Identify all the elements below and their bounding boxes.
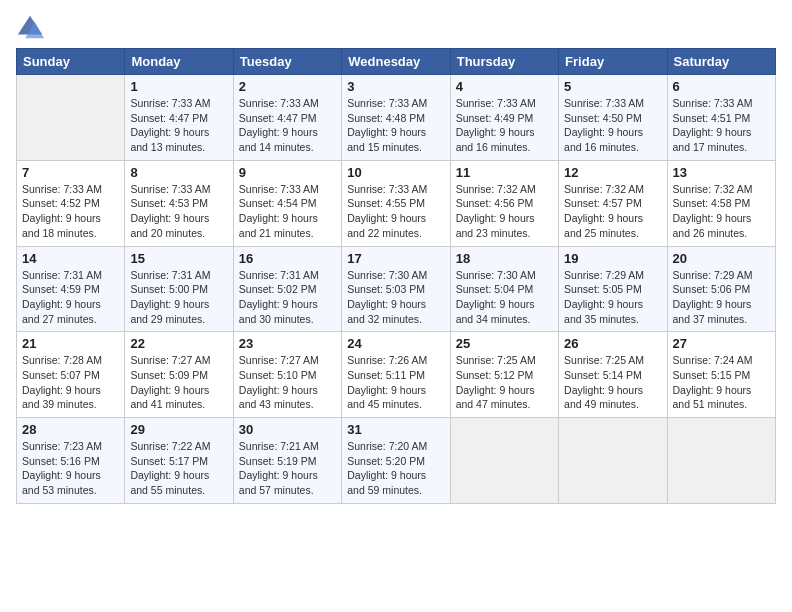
cell-info: Sunrise: 7:30 AMSunset: 5:03 PMDaylight:… <box>347 268 444 327</box>
day-number: 5 <box>564 79 661 94</box>
day-number: 2 <box>239 79 336 94</box>
calendar-cell: 5Sunrise: 7:33 AMSunset: 4:50 PMDaylight… <box>559 75 667 161</box>
logo-icon <box>16 14 44 42</box>
cell-info: Sunrise: 7:33 AMSunset: 4:52 PMDaylight:… <box>22 182 119 241</box>
day-number: 12 <box>564 165 661 180</box>
calendar-cell: 23Sunrise: 7:27 AMSunset: 5:10 PMDayligh… <box>233 332 341 418</box>
calendar-cell: 17Sunrise: 7:30 AMSunset: 5:03 PMDayligh… <box>342 246 450 332</box>
calendar-cell: 31Sunrise: 7:20 AMSunset: 5:20 PMDayligh… <box>342 418 450 504</box>
day-number: 19 <box>564 251 661 266</box>
cell-info: Sunrise: 7:32 AMSunset: 4:58 PMDaylight:… <box>673 182 770 241</box>
calendar-cell <box>559 418 667 504</box>
day-number: 18 <box>456 251 553 266</box>
cell-info: Sunrise: 7:32 AMSunset: 4:57 PMDaylight:… <box>564 182 661 241</box>
calendar-cell: 2Sunrise: 7:33 AMSunset: 4:47 PMDaylight… <box>233 75 341 161</box>
cell-info: Sunrise: 7:27 AMSunset: 5:09 PMDaylight:… <box>130 353 227 412</box>
cell-info: Sunrise: 7:33 AMSunset: 4:47 PMDaylight:… <box>130 96 227 155</box>
calendar-cell: 16Sunrise: 7:31 AMSunset: 5:02 PMDayligh… <box>233 246 341 332</box>
cell-info: Sunrise: 7:31 AMSunset: 5:00 PMDaylight:… <box>130 268 227 327</box>
calendar-cell: 6Sunrise: 7:33 AMSunset: 4:51 PMDaylight… <box>667 75 775 161</box>
cell-info: Sunrise: 7:29 AMSunset: 5:06 PMDaylight:… <box>673 268 770 327</box>
day-number: 30 <box>239 422 336 437</box>
cell-info: Sunrise: 7:33 AMSunset: 4:47 PMDaylight:… <box>239 96 336 155</box>
day-header-tuesday: Tuesday <box>233 49 341 75</box>
day-number: 15 <box>130 251 227 266</box>
cell-info: Sunrise: 7:25 AMSunset: 5:12 PMDaylight:… <box>456 353 553 412</box>
calendar-cell: 30Sunrise: 7:21 AMSunset: 5:19 PMDayligh… <box>233 418 341 504</box>
cell-info: Sunrise: 7:28 AMSunset: 5:07 PMDaylight:… <box>22 353 119 412</box>
day-header-saturday: Saturday <box>667 49 775 75</box>
cell-info: Sunrise: 7:30 AMSunset: 5:04 PMDaylight:… <box>456 268 553 327</box>
day-number: 3 <box>347 79 444 94</box>
cell-info: Sunrise: 7:32 AMSunset: 4:56 PMDaylight:… <box>456 182 553 241</box>
calendar-week-row: 7Sunrise: 7:33 AMSunset: 4:52 PMDaylight… <box>17 160 776 246</box>
cell-info: Sunrise: 7:33 AMSunset: 4:51 PMDaylight:… <box>673 96 770 155</box>
cell-info: Sunrise: 7:21 AMSunset: 5:19 PMDaylight:… <box>239 439 336 498</box>
header <box>16 10 776 42</box>
day-number: 16 <box>239 251 336 266</box>
calendar-cell: 14Sunrise: 7:31 AMSunset: 4:59 PMDayligh… <box>17 246 125 332</box>
calendar-cell: 22Sunrise: 7:27 AMSunset: 5:09 PMDayligh… <box>125 332 233 418</box>
day-number: 11 <box>456 165 553 180</box>
day-number: 20 <box>673 251 770 266</box>
calendar-header-row: SundayMondayTuesdayWednesdayThursdayFrid… <box>17 49 776 75</box>
day-number: 8 <box>130 165 227 180</box>
calendar-cell: 4Sunrise: 7:33 AMSunset: 4:49 PMDaylight… <box>450 75 558 161</box>
day-number: 21 <box>22 336 119 351</box>
calendar-cell: 25Sunrise: 7:25 AMSunset: 5:12 PMDayligh… <box>450 332 558 418</box>
day-header-monday: Monday <box>125 49 233 75</box>
cell-info: Sunrise: 7:33 AMSunset: 4:49 PMDaylight:… <box>456 96 553 155</box>
calendar-cell: 29Sunrise: 7:22 AMSunset: 5:17 PMDayligh… <box>125 418 233 504</box>
cell-info: Sunrise: 7:27 AMSunset: 5:10 PMDaylight:… <box>239 353 336 412</box>
cell-info: Sunrise: 7:20 AMSunset: 5:20 PMDaylight:… <box>347 439 444 498</box>
cell-info: Sunrise: 7:25 AMSunset: 5:14 PMDaylight:… <box>564 353 661 412</box>
day-header-wednesday: Wednesday <box>342 49 450 75</box>
cell-info: Sunrise: 7:31 AMSunset: 5:02 PMDaylight:… <box>239 268 336 327</box>
calendar-cell: 21Sunrise: 7:28 AMSunset: 5:07 PMDayligh… <box>17 332 125 418</box>
day-number: 9 <box>239 165 336 180</box>
calendar-cell: 12Sunrise: 7:32 AMSunset: 4:57 PMDayligh… <box>559 160 667 246</box>
logo <box>16 14 48 42</box>
calendar-cell <box>450 418 558 504</box>
cell-info: Sunrise: 7:33 AMSunset: 4:54 PMDaylight:… <box>239 182 336 241</box>
day-number: 1 <box>130 79 227 94</box>
calendar-week-row: 21Sunrise: 7:28 AMSunset: 5:07 PMDayligh… <box>17 332 776 418</box>
day-number: 31 <box>347 422 444 437</box>
calendar-cell: 10Sunrise: 7:33 AMSunset: 4:55 PMDayligh… <box>342 160 450 246</box>
cell-info: Sunrise: 7:33 AMSunset: 4:50 PMDaylight:… <box>564 96 661 155</box>
calendar-cell: 18Sunrise: 7:30 AMSunset: 5:04 PMDayligh… <box>450 246 558 332</box>
day-number: 17 <box>347 251 444 266</box>
calendar-cell: 11Sunrise: 7:32 AMSunset: 4:56 PMDayligh… <box>450 160 558 246</box>
day-number: 24 <box>347 336 444 351</box>
calendar-cell: 8Sunrise: 7:33 AMSunset: 4:53 PMDaylight… <box>125 160 233 246</box>
calendar-cell: 20Sunrise: 7:29 AMSunset: 5:06 PMDayligh… <box>667 246 775 332</box>
calendar-cell: 7Sunrise: 7:33 AMSunset: 4:52 PMDaylight… <box>17 160 125 246</box>
day-number: 27 <box>673 336 770 351</box>
day-number: 23 <box>239 336 336 351</box>
calendar-cell: 15Sunrise: 7:31 AMSunset: 5:00 PMDayligh… <box>125 246 233 332</box>
calendar-cell: 13Sunrise: 7:32 AMSunset: 4:58 PMDayligh… <box>667 160 775 246</box>
calendar-cell <box>667 418 775 504</box>
calendar-page: SundayMondayTuesdayWednesdayThursdayFrid… <box>0 0 792 520</box>
calendar-cell: 28Sunrise: 7:23 AMSunset: 5:16 PMDayligh… <box>17 418 125 504</box>
cell-info: Sunrise: 7:24 AMSunset: 5:15 PMDaylight:… <box>673 353 770 412</box>
cell-info: Sunrise: 7:31 AMSunset: 4:59 PMDaylight:… <box>22 268 119 327</box>
day-number: 28 <box>22 422 119 437</box>
calendar-cell: 19Sunrise: 7:29 AMSunset: 5:05 PMDayligh… <box>559 246 667 332</box>
calendar-week-row: 14Sunrise: 7:31 AMSunset: 4:59 PMDayligh… <box>17 246 776 332</box>
cell-info: Sunrise: 7:22 AMSunset: 5:17 PMDaylight:… <box>130 439 227 498</box>
day-number: 25 <box>456 336 553 351</box>
day-number: 29 <box>130 422 227 437</box>
cell-info: Sunrise: 7:26 AMSunset: 5:11 PMDaylight:… <box>347 353 444 412</box>
day-number: 13 <box>673 165 770 180</box>
day-number: 14 <box>22 251 119 266</box>
day-header-friday: Friday <box>559 49 667 75</box>
cell-info: Sunrise: 7:33 AMSunset: 4:48 PMDaylight:… <box>347 96 444 155</box>
day-header-sunday: Sunday <box>17 49 125 75</box>
calendar-week-row: 28Sunrise: 7:23 AMSunset: 5:16 PMDayligh… <box>17 418 776 504</box>
calendar-cell: 26Sunrise: 7:25 AMSunset: 5:14 PMDayligh… <box>559 332 667 418</box>
calendar-cell: 1Sunrise: 7:33 AMSunset: 4:47 PMDaylight… <box>125 75 233 161</box>
day-number: 22 <box>130 336 227 351</box>
day-number: 4 <box>456 79 553 94</box>
calendar-week-row: 1Sunrise: 7:33 AMSunset: 4:47 PMDaylight… <box>17 75 776 161</box>
